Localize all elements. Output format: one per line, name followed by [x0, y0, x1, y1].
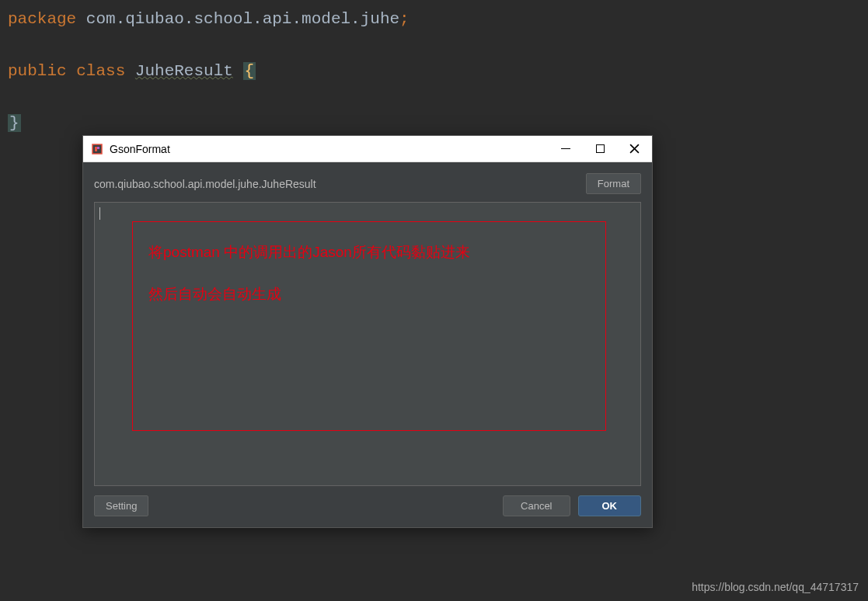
minimize-button[interactable] [560, 144, 571, 155]
semicolon: ; [399, 10, 410, 28]
bottom-row: Setting Cancel OK [94, 495, 641, 516]
class-name: JuheResult [135, 62, 233, 80]
close-brace: } [8, 114, 21, 132]
watermark: https://blog.csdn.net/qq_44717317 [692, 581, 859, 593]
annotation-text-1: 将postman 中的调用出的Jason所有代码黏贴进来 [148, 242, 590, 262]
gson-format-dialog: GsonFormat com.qiubao.school.api.model.j… [82, 135, 653, 528]
top-row: com.qiubao.school.api.model.juhe.JuheRes… [94, 173, 641, 194]
window-controls [560, 144, 644, 155]
annotation-box: 将postman 中的调用出的Jason所有代码黏贴进来 然后自动会自动生成 [132, 221, 606, 431]
code-editor[interactable]: package com.qiubao.school.api.model.juhe… [0, 0, 868, 143]
open-brace: { [243, 62, 256, 80]
app-icon [91, 143, 103, 155]
setting-button[interactable]: Setting [94, 495, 148, 516]
dialog-title: GsonFormat [110, 143, 560, 155]
cancel-button[interactable]: Cancel [503, 495, 570, 516]
json-textarea[interactable]: 将postman 中的调用出的Jason所有代码黏贴进来 然后自动会自动生成 [94, 202, 641, 486]
keyword-public: public [8, 62, 67, 80]
ok-button[interactable]: OK [578, 495, 642, 516]
text-cursor [99, 207, 100, 220]
keyword-package: package [8, 10, 76, 28]
keyword-class: class [76, 62, 125, 80]
format-button[interactable]: Format [586, 173, 641, 194]
dialog-body: com.qiubao.school.api.model.juhe.JuheRes… [83, 162, 652, 527]
annotation-text-2: 然后自动会自动生成 [148, 284, 590, 304]
close-button[interactable] [629, 144, 640, 155]
class-path-label: com.qiubao.school.api.model.juhe.JuheRes… [94, 178, 578, 190]
package-name: com.qiubao.school.api.model.juhe [86, 10, 399, 28]
svg-rect-2 [97, 147, 99, 149]
dialog-titlebar[interactable]: GsonFormat [83, 136, 652, 162]
svg-rect-1 [95, 147, 97, 151]
maximize-button[interactable] [594, 144, 605, 155]
